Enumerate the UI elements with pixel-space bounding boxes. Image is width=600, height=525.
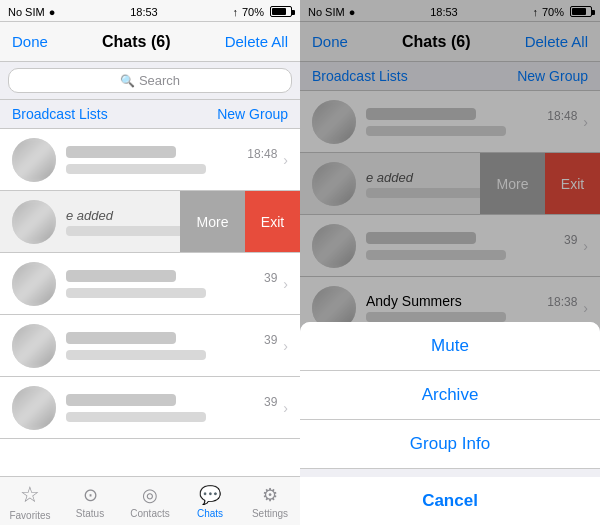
archive-button[interactable]: Archive — [300, 371, 600, 420]
contacts-icon: ◎ — [142, 484, 158, 506]
chat-content: 39 — [66, 332, 277, 360]
tab-settings[interactable]: ⚙ Settings — [240, 477, 300, 525]
new-group-button[interactable]: New Group — [217, 106, 288, 122]
chat-name — [66, 394, 176, 406]
chat-time: 39 — [264, 333, 277, 347]
chat-content: 39 — [66, 270, 277, 298]
chats-icon: 💬 — [199, 484, 221, 506]
chat-name — [66, 332, 176, 344]
action-sheet: Mute Archive Group Info Cancel — [300, 322, 600, 525]
chat-msg — [66, 350, 206, 360]
avatar — [12, 262, 56, 306]
avatar — [12, 324, 56, 368]
tab-label: Status — [76, 508, 104, 519]
action-sheet-gap — [300, 469, 600, 477]
mute-button[interactable]: Mute — [300, 322, 600, 371]
chat-msg — [66, 288, 206, 298]
chat-msg — [66, 164, 206, 174]
time-left: 18:53 — [130, 6, 158, 18]
favorites-icon: ☆ — [20, 482, 40, 508]
chat-content: 39 — [66, 394, 277, 422]
carrier-left: No SIM — [8, 6, 45, 18]
more-swipe-button[interactable]: More — [180, 191, 245, 252]
tab-bar-left: ☆ Favorites ⊙ Status ◎ Contacts 💬 Chats … — [0, 476, 300, 525]
tab-favorites[interactable]: ☆ Favorites — [0, 477, 60, 525]
search-bar: 🔍 Search — [0, 62, 300, 100]
tab-label: Favorites — [9, 510, 50, 521]
exit-swipe-button[interactable]: Exit — [245, 191, 300, 252]
search-icon: 🔍 — [120, 74, 135, 88]
cancel-button[interactable]: Cancel — [300, 477, 600, 525]
direction-icon-left: ↑ — [232, 6, 238, 18]
broadcast-lists-button[interactable]: Broadcast Lists — [12, 106, 108, 122]
battery-icon-left — [270, 6, 292, 17]
avatar — [12, 200, 56, 244]
chevron-icon: › — [283, 338, 288, 354]
chevron-icon: › — [283, 276, 288, 292]
done-button-left[interactable]: Done — [12, 33, 48, 50]
chat-list-left: 18:48 › e added 18:39 › More Exit — [0, 129, 300, 476]
chat-item[interactable]: 18:48 › — [0, 129, 300, 191]
left-panel: No SIM ● 18:53 ↑ 70% Done Chats (6) Dele… — [0, 0, 300, 525]
chat-time: 39 — [264, 271, 277, 285]
chat-name — [66, 146, 176, 158]
tab-label: Contacts — [130, 508, 169, 519]
wifi-icon: ● — [49, 6, 56, 18]
avatar — [12, 138, 56, 182]
added-text: e added — [66, 208, 113, 223]
delete-all-button-left[interactable]: Delete All — [225, 33, 288, 50]
avatar — [12, 386, 56, 430]
chat-content: 18:48 — [66, 146, 277, 174]
chevron-icon: › — [283, 152, 288, 168]
tab-label: Settings — [252, 508, 288, 519]
nav-bar-left: Done Chats (6) Delete All — [0, 22, 300, 62]
tab-chats[interactable]: 💬 Chats — [180, 477, 240, 525]
chat-item[interactable]: 39 › — [0, 315, 300, 377]
chat-time: 39 — [264, 395, 277, 409]
action-sheet-overlay: Mute Archive Group Info Cancel — [300, 0, 600, 525]
chat-time: 18:48 — [247, 147, 277, 161]
tab-status[interactable]: ⊙ Status — [60, 477, 120, 525]
search-placeholder: Search — [139, 73, 180, 88]
chat-item[interactable]: 39 › — [0, 253, 300, 315]
chat-name — [66, 270, 176, 282]
nav-title-left: Chats (6) — [102, 33, 170, 51]
utility-row-left: Broadcast Lists New Group — [0, 100, 300, 129]
chevron-icon: › — [283, 400, 288, 416]
swipe-actions: More Exit — [180, 191, 300, 252]
chat-item[interactable]: 39 › — [0, 377, 300, 439]
group-info-button[interactable]: Group Info — [300, 420, 600, 469]
chat-msg — [66, 412, 206, 422]
battery-pct-left: 70% — [242, 6, 264, 18]
right-panel: No SIM ● 18:53 ↑ 70% Done Chats (6) Dele… — [300, 0, 600, 525]
chat-item-swiped[interactable]: e added 18:39 › More Exit — [0, 191, 300, 253]
status-icon: ⊙ — [83, 484, 98, 506]
tab-label: Chats — [197, 508, 223, 519]
status-bar-left: No SIM ● 18:53 ↑ 70% — [0, 0, 300, 22]
search-input[interactable]: 🔍 Search — [8, 68, 292, 93]
tab-contacts[interactable]: ◎ Contacts — [120, 477, 180, 525]
settings-icon: ⚙ — [262, 484, 278, 506]
